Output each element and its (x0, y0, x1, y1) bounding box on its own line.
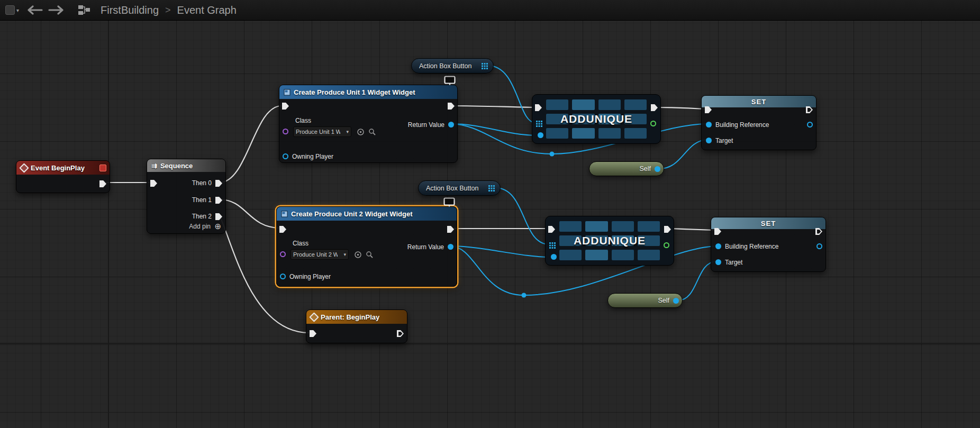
exec-in-pin[interactable] (705, 106, 712, 113)
node-header: Parent: BeginPlay (306, 310, 407, 324)
exec-out-pin-then2[interactable] (215, 213, 222, 220)
class-select-value: Produce Unit 2 W (293, 251, 338, 258)
node-header: SET (702, 96, 816, 107)
exec-out-pin[interactable] (99, 180, 106, 187)
return-value-label: Return Value (407, 243, 444, 251)
node-self-2[interactable]: Self (607, 293, 683, 308)
node-header: Event BeginPlay (16, 161, 110, 175)
node-addunique-2[interactable]: ADDUNIQUE (545, 216, 674, 266)
exec-in-pin[interactable] (279, 226, 286, 233)
class-select[interactable]: Produce Unit 2 W ▾ (291, 249, 349, 260)
self-pin[interactable] (655, 166, 660, 172)
exec-out-pin-then0[interactable] (215, 180, 222, 187)
toolbar-dropdown-button[interactable]: ▾ (0, 0, 24, 20)
exec-in-pin[interactable] (282, 103, 289, 110)
forward-button[interactable] (46, 0, 67, 20)
exec-out-pin[interactable] (448, 103, 455, 110)
node-title: Event BeginPlay (31, 164, 85, 172)
return-value-pin[interactable] (448, 122, 454, 128)
node-self-1[interactable]: Self (589, 161, 664, 176)
pin-label-then0: Then 0 (192, 179, 212, 187)
node-set-2[interactable]: SET Building Reference Target (711, 217, 826, 272)
self-pin[interactable] (673, 298, 679, 304)
event-diamond-icon (309, 312, 319, 322)
building-reference-out-pin[interactable] (816, 243, 822, 249)
exec-out-pin[interactable] (664, 226, 671, 233)
breadcrumb-blueprint[interactable]: FirstBuilding (101, 4, 159, 16)
variable-label: Self (639, 165, 651, 172)
building-reference-label: Building Reference (725, 243, 778, 250)
browse-search-icon[interactable] (368, 128, 376, 136)
owning-player-pin[interactable] (280, 274, 286, 279)
class-select-value: Produce Unit 1 W (296, 129, 340, 135)
return-value-pin[interactable] (448, 244, 453, 250)
target-label: Target (725, 259, 742, 266)
node-set-1[interactable]: SET Building Reference Target (701, 95, 816, 150)
exec-out-pin[interactable] (447, 226, 454, 233)
array-pin[interactable] (488, 185, 495, 192)
back-button[interactable] (24, 0, 46, 20)
building-reference-label: Building Reference (715, 121, 769, 129)
exec-in-pin[interactable] (714, 228, 721, 235)
return-index-pin[interactable] (650, 121, 656, 126)
breadcrumb-graph[interactable]: Event Graph (177, 4, 237, 16)
node-sequence[interactable]: ⇉ Sequence Then 0 Then 1 Then 2 Add pin … (147, 159, 226, 234)
target-pin[interactable] (706, 138, 712, 143)
exec-in-pin[interactable] (548, 226, 555, 233)
exec-out-pin[interactable] (397, 330, 404, 337)
toolbar-tool-icon (5, 5, 15, 15)
building-reference-pin[interactable] (715, 243, 721, 249)
widget-icon (284, 89, 291, 96)
new-item-pin[interactable] (551, 254, 557, 260)
use-asset-icon[interactable] (357, 128, 365, 136)
forward-arrow-icon (48, 5, 64, 15)
exec-out-pin[interactable] (806, 106, 813, 113)
class-pin[interactable] (283, 129, 288, 134)
node-title: ADDUNIQUE (532, 95, 660, 143)
widget-icon (281, 211, 288, 217)
chevron-down-icon: ▾ (16, 7, 19, 13)
class-select[interactable]: Produce Unit 1 W ▾ (293, 126, 351, 137)
node-action-box-button-2[interactable]: Action Box Button (418, 180, 501, 196)
class-pin-label: Class (293, 240, 308, 247)
exec-in-pin[interactable] (535, 104, 542, 111)
variable-label: Self (658, 297, 669, 304)
array-pin[interactable] (482, 63, 488, 69)
use-asset-icon[interactable] (354, 251, 362, 259)
exec-in-pin[interactable] (150, 180, 157, 187)
node-header: ⇉ Sequence (147, 159, 225, 172)
target-array-pin[interactable] (549, 242, 556, 249)
target-label: Target (715, 137, 733, 144)
target-pin[interactable] (715, 259, 721, 265)
exec-out-pin[interactable] (651, 104, 658, 111)
node-addunique-1[interactable]: ADDUNIQUE (532, 94, 661, 144)
add-pin-label[interactable]: Add pin (189, 223, 211, 230)
new-item-pin[interactable] (538, 132, 543, 138)
exec-out-pin-then1[interactable] (215, 197, 222, 204)
target-array-pin[interactable] (536, 121, 542, 127)
node-action-box-button-1[interactable]: Action Box Button (411, 58, 494, 74)
owning-player-label: Owning Player (292, 153, 333, 160)
add-pin-icon[interactable]: ⊕ (214, 222, 221, 231)
return-value-label: Return Value (408, 121, 444, 129)
node-header: SET (711, 217, 825, 229)
building-reference-pin[interactable] (706, 122, 712, 128)
browse-search-icon[interactable] (366, 251, 374, 259)
node-event-beginplay[interactable]: Event BeginPlay (16, 160, 110, 193)
exec-out-pin[interactable] (815, 228, 822, 235)
origin-axis-horizontal (0, 343, 980, 344)
class-pin[interactable] (280, 251, 286, 257)
exec-in-pin[interactable] (310, 330, 316, 337)
building-reference-out-pin[interactable] (807, 122, 813, 128)
owning-player-label: Owning Player (289, 273, 331, 280)
node-create-widget-2[interactable]: Create Produce Unit 2 Widget Widget Clas… (276, 206, 457, 287)
variable-label: Action Box Button (426, 185, 478, 192)
return-index-pin[interactable] (664, 242, 669, 248)
owning-player-pin[interactable] (283, 153, 288, 159)
variable-label: Action Box Button (419, 62, 471, 70)
back-arrow-icon (27, 5, 43, 15)
node-title: SET (751, 98, 766, 106)
breadcrumb-separator: > (165, 5, 171, 16)
node-create-widget-1[interactable]: Create Produce Unit 1 Widget Widget Clas… (279, 85, 458, 163)
node-parent-beginplay[interactable]: Parent: BeginPlay (306, 309, 407, 343)
